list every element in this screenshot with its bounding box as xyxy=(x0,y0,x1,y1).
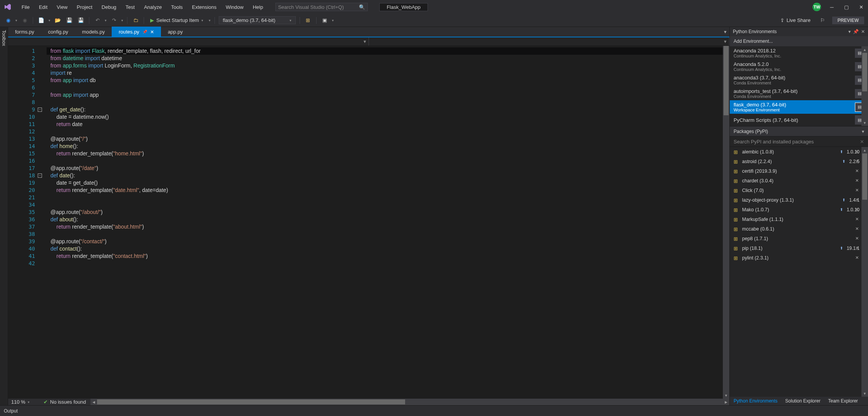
preview-button[interactable]: PREVIEW xyxy=(832,17,864,24)
redo-button[interactable]: ↷ xyxy=(110,16,118,25)
code-line[interactable] xyxy=(47,194,723,201)
menu-debug[interactable]: Debug xyxy=(97,3,121,12)
tab-app-py[interactable]: app.py xyxy=(161,27,190,37)
menu-view[interactable]: View xyxy=(52,3,72,12)
remove-package-icon[interactable]: ✕ xyxy=(855,217,859,222)
env-item[interactable]: PyCharm Scripts (3.7, 64-bit)▤ xyxy=(730,114,868,126)
remove-package-icon[interactable]: ✕ xyxy=(855,178,859,183)
close-button[interactable]: ✕ xyxy=(857,3,865,11)
package-item[interactable]: ⊞pip (18.1)⬆19.1.1✕ xyxy=(730,243,868,253)
code-line[interactable]: @app.route("/") xyxy=(47,135,723,143)
feedback-button[interactable]: ⚐ xyxy=(818,16,827,25)
new-item-button[interactable]: 📄 xyxy=(37,16,45,25)
code-line[interactable]: import re xyxy=(47,69,723,77)
code-line[interactable] xyxy=(47,260,723,267)
code-line[interactable]: date = get_date() xyxy=(47,179,723,187)
update-icon[interactable]: ⬆ xyxy=(840,150,843,154)
update-icon[interactable]: ⬆ xyxy=(840,246,843,250)
tabs-dropdown[interactable]: ▾ xyxy=(721,28,729,36)
code-line[interactable] xyxy=(47,201,723,209)
menu-help[interactable]: Help xyxy=(248,3,268,12)
env-item[interactable]: Anaconda 2018.12Continuum Analytics, Inc… xyxy=(730,46,868,60)
package-item[interactable]: ⊞mccabe (0.6.1)✕ xyxy=(730,224,868,234)
code-editor[interactable]: 123456789−101112131415161718−19202134353… xyxy=(8,46,729,399)
update-icon[interactable]: ⬆ xyxy=(840,207,843,212)
update-icon[interactable]: ⬆ xyxy=(842,198,845,202)
scroll-right-icon[interactable]: ▶ xyxy=(723,399,729,405)
code-line[interactable]: @app.route("/about/") xyxy=(47,209,723,216)
code-content[interactable]: from flask import Flask, render_template… xyxy=(47,46,723,399)
code-line[interactable]: return render_template("contact.html") xyxy=(47,253,723,260)
live-share-button[interactable]: ⇪ Live Share xyxy=(778,17,813,23)
code-line[interactable]: def date(): xyxy=(47,172,723,179)
code-line[interactable] xyxy=(47,157,723,165)
remove-package-icon[interactable]: ✕ xyxy=(855,236,859,241)
remove-package-icon[interactable]: ✕ xyxy=(855,246,859,251)
nav-scope-combo[interactable]: ▾ xyxy=(8,37,369,45)
panel-dropdown-icon[interactable]: ▾ xyxy=(848,29,851,34)
package-item[interactable]: ⊞lazy-object-proxy (1.3.1)⬆1.4.1✕ xyxy=(730,195,868,205)
package-item[interactable]: ⊞pep8 (1.7.1)✕ xyxy=(730,234,868,243)
menu-window[interactable]: Window xyxy=(221,3,248,12)
code-line[interactable]: @app.route("/contact/") xyxy=(47,238,723,245)
search-input[interactable]: Search Visual Studio (Ctrl+Q) 🔍 xyxy=(275,3,368,11)
update-icon[interactable]: ⬆ xyxy=(842,159,845,163)
undo-button[interactable]: ↶ xyxy=(93,16,102,25)
tool-button-2[interactable]: ▣ xyxy=(320,16,329,25)
fold-icon[interactable]: − xyxy=(38,173,42,178)
tab-config-py[interactable]: config.py xyxy=(41,27,75,37)
code-line[interactable]: from app.forms import LoginForm, Registr… xyxy=(47,62,723,69)
minimize-button[interactable]: ─ xyxy=(828,3,836,11)
code-line[interactable] xyxy=(47,128,723,135)
panel-close-icon[interactable]: ✕ xyxy=(861,29,865,34)
env-item[interactable]: flask_demo (3.7, 64-bit)Workspace Enviro… xyxy=(730,100,868,114)
issues-indicator[interactable]: ✔ No issues found xyxy=(39,399,90,405)
package-item[interactable]: ⊞alembic (1.0.8)⬆1.0.10✕ xyxy=(730,147,868,157)
tab-forms-py[interactable]: forms.py xyxy=(8,27,41,37)
code-line[interactable]: return render_template("home.html") xyxy=(47,150,723,157)
remove-package-icon[interactable]: ✕ xyxy=(855,197,859,202)
remove-package-icon[interactable]: ✕ xyxy=(855,255,859,260)
add-environment-button[interactable]: Add Environment... xyxy=(730,36,868,46)
panel-tab-team-explorer[interactable]: Team Explorer xyxy=(824,398,861,404)
menu-project[interactable]: Project xyxy=(72,3,97,12)
close-tab-icon[interactable]: ✕ xyxy=(150,29,154,35)
open-button[interactable]: 📂 xyxy=(54,16,62,25)
package-item[interactable]: ⊞Click (7.0)✕ xyxy=(730,185,868,195)
toolbox-tab[interactable]: Toolbox xyxy=(0,27,8,405)
nav-back-button[interactable]: ◉ xyxy=(4,16,12,25)
maximize-button[interactable]: ▢ xyxy=(843,3,850,11)
code-line[interactable] xyxy=(47,99,723,106)
pin-icon[interactable]: 📌 xyxy=(853,29,859,34)
code-line[interactable]: return render_template("date.html", date… xyxy=(47,187,723,194)
code-line[interactable]: def about(): xyxy=(47,216,723,223)
panel-tab-python-environments[interactable]: Python Environments xyxy=(730,398,781,404)
tab-routes-py[interactable]: routes.py📌✕ xyxy=(112,27,161,37)
tool-button-1[interactable]: ⊞ xyxy=(304,16,312,25)
remove-package-icon[interactable]: ✕ xyxy=(855,159,859,164)
code-line[interactable]: date = datetime.now() xyxy=(47,113,723,121)
code-line[interactable]: def home(): xyxy=(47,143,723,150)
menu-tools[interactable]: Tools xyxy=(166,3,187,12)
package-item[interactable]: ⊞astroid (2.2.4)⬆2.2.5✕ xyxy=(730,157,868,166)
output-tab[interactable]: Output xyxy=(0,405,868,416)
nav-member-combo[interactable]: ▾ xyxy=(369,37,730,45)
package-item[interactable]: ⊞Mako (1.0.7)⬆1.0.10✕ xyxy=(730,205,868,214)
hscroll-thumb[interactable] xyxy=(97,399,405,404)
remove-package-icon[interactable]: ✕ xyxy=(855,207,859,212)
code-line[interactable]: from app import db xyxy=(47,77,723,84)
fold-icon[interactable]: − xyxy=(38,108,42,112)
packages-combo[interactable]: Packages (PyPI) ▾ xyxy=(730,126,868,136)
zoom-combo[interactable]: 110 % ▾ xyxy=(8,399,39,405)
package-item[interactable]: ⊞MarkupSafe (1.1.1)✕ xyxy=(730,214,868,224)
code-line[interactable]: from datetime import datetime xyxy=(47,55,723,62)
save-all-button[interactable]: 💾 xyxy=(77,16,85,25)
env-item[interactable]: autoimports_test (3.7, 64-bit)Conda Envi… xyxy=(730,87,868,100)
vertical-scrollbar[interactable]: ▲ ▼ xyxy=(723,46,729,399)
remove-package-icon[interactable]: ✕ xyxy=(855,226,859,231)
code-line[interactable]: def contact(): xyxy=(47,245,723,253)
folder-button[interactable]: 🗀 xyxy=(131,16,140,25)
scroll-thumb[interactable] xyxy=(724,46,729,115)
menu-edit[interactable]: Edit xyxy=(34,3,52,12)
env-item[interactable]: anaconda3 (3.7, 64-bit)Conda Environment… xyxy=(730,73,868,87)
